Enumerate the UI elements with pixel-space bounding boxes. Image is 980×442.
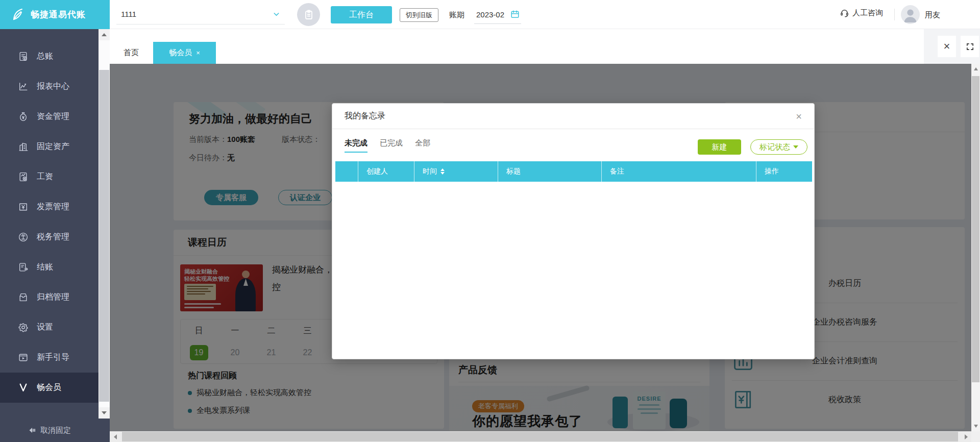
sidebar-item-label: 设置 [37,322,53,333]
column-time-sortable[interactable]: 时间 [414,161,498,182]
horizontal-scrollbar-thumb[interactable] [122,432,958,441]
calendar-icon[interactable] [510,10,520,21]
funds-icon [17,111,29,122]
caret-down-icon [793,145,798,149]
top-bar: 畅捷通易代账 1111 工作台 切到旧版 账期 2023-02 人工咨询 用友 [0,0,980,29]
sidebar-item-label: 新手引导 [37,352,69,363]
horizontal-scrollbar [110,431,971,442]
page: 畅捷通易代账 1111 工作台 切到旧版 账期 2023-02 人工咨询 用友 [0,0,980,442]
unpin-icon [28,426,36,434]
scroll-right-arrow[interactable] [961,431,971,442]
scroll-up-arrow[interactable] [99,29,110,40]
ledger-icon [17,51,29,62]
headset-icon [840,8,849,18]
column-creator: 创建人 [358,161,414,182]
mark-status-label: 标记状态 [760,142,790,152]
column-select [335,161,358,182]
period-label: 账期 [449,10,464,20]
support-label: 人工咨询 [852,8,883,18]
sidebar-item-closing[interactable]: 结账 [0,252,99,282]
sidebar-item-guide[interactable]: 新手引导 [0,342,99,373]
sidebar-scrollbar [99,29,110,419]
user-name[interactable]: 用友 [925,10,940,20]
feather-logo-icon [10,7,26,22]
tab-label: 畅会员 [169,48,192,58]
sidebar-item-label: 归档管理 [37,292,69,303]
tab-vip-member[interactable]: 畅会员 × [153,42,216,64]
vip-icon [17,382,29,393]
switch-old-version-button[interactable]: 切到旧版 [400,8,438,22]
scroll-down-arrow[interactable] [971,421,980,431]
modal-tab-unfinished[interactable]: 未完成 [345,138,368,153]
modal-tabs: 未完成 已完成 全部 [345,138,430,153]
payroll-icon [17,171,29,182]
sidebar-item-label: 总账 [37,51,53,62]
tab-label: 首页 [124,48,139,58]
support-link[interactable]: 人工咨询 [840,8,883,18]
sidebar-item-settings[interactable]: 设置 [0,312,99,342]
scroll-down-arrow[interactable] [99,407,110,419]
period-underline [474,23,521,24]
closing-icon [17,262,29,273]
sidebar-item-label: 畅会员 [37,382,61,393]
sidebar-item-fixed-assets[interactable]: 固定资产 [0,132,99,162]
guide-icon [17,352,29,363]
sidebar-item-archive[interactable]: 归档管理 [0,282,99,312]
invoice-icon [17,202,29,212]
new-memo-button[interactable]: 新建 [698,139,741,155]
modal-tab-all[interactable]: 全部 [415,138,430,153]
mark-status-button[interactable]: 标记状态 [750,139,807,155]
sort-icon[interactable] [440,168,445,175]
settings-icon [17,322,29,333]
sidebar-item-label: 税务管理 [37,232,69,242]
content-close-button[interactable]: × [938,36,956,57]
sidebar-scrollbar-thumb[interactable] [99,70,109,402]
sidebar-item-tax[interactable]: 税务管理 [0,222,99,252]
tab-home[interactable]: 首页 [113,42,149,64]
fixed-assets-icon [17,141,29,152]
memo-modal: 我的备忘录 × 未完成 已完成 全部 新建 标记状态 创建人 时间 标题 [332,103,815,359]
avatar[interactable] [901,5,920,24]
modal-tab-finished[interactable]: 已完成 [380,138,403,153]
scrollbar-corner [971,431,980,442]
divider [894,9,895,20]
scroll-left-arrow[interactable] [110,431,120,442]
column-actions: 操作 [756,161,812,182]
sidebar-item-invoices[interactable]: 发票管理 [0,192,99,222]
memo-table-header: 创建人 时间 标题 备注 操作 [335,161,812,182]
sidebar-item-label: 资金管理 [37,111,69,122]
tab-bar: 首页 畅会员 × × [110,29,980,64]
account-underline [116,24,285,24]
account-selector[interactable]: 1111 [121,10,136,18]
memo-table-body [335,182,812,357]
app-title: 畅捷通易代账 [31,9,86,20]
sidebar-item-label: 结账 [37,262,53,273]
sidebar-item-label: 发票管理 [37,202,69,212]
workbench-button[interactable]: 工作台 [331,6,392,23]
sidebar-item-reports[interactable]: 报表中心 [0,71,99,102]
sidebar-item-ledger[interactable]: 总账 [0,41,99,71]
close-icon: × [944,40,950,53]
unpin-sidebar-button[interactable]: 取消固定 [0,419,110,442]
modal-title: 我的备忘录 [345,111,385,121]
memo-icon[interactable] [297,3,320,26]
sidebar-item-funds[interactable]: 资金管理 [0,102,99,132]
sidebar-item-payroll[interactable]: 工资 [0,162,99,192]
report-icon [17,81,29,92]
sidebar-item-label: 报表中心 [37,81,69,92]
sidebar-item-vip-member[interactable]: 畅会员 [0,373,99,403]
column-note: 备注 [602,161,756,182]
expand-icon [966,42,974,51]
period-value[interactable]: 2023-02 [476,10,504,19]
tab-close-icon[interactable]: × [196,49,200,57]
sidebar-item-label: 固定资产 [37,141,69,152]
vertical-scrollbar-thumb[interactable] [972,76,979,382]
modal-header: 我的备忘录 × [332,104,814,129]
sidebar-nav: 总账 报表中心 资金管理 固定资产 工资 发票管理 [0,29,99,403]
fullscreen-button[interactable] [961,36,979,57]
sidebar: 总账 报表中心 资金管理 固定资产 工资 发票管理 [0,29,110,442]
unpin-label: 取消固定 [40,426,71,435]
scroll-up-arrow[interactable] [971,64,980,74]
chevron-down-icon[interactable] [273,11,280,20]
modal-close-icon[interactable]: × [796,111,802,121]
